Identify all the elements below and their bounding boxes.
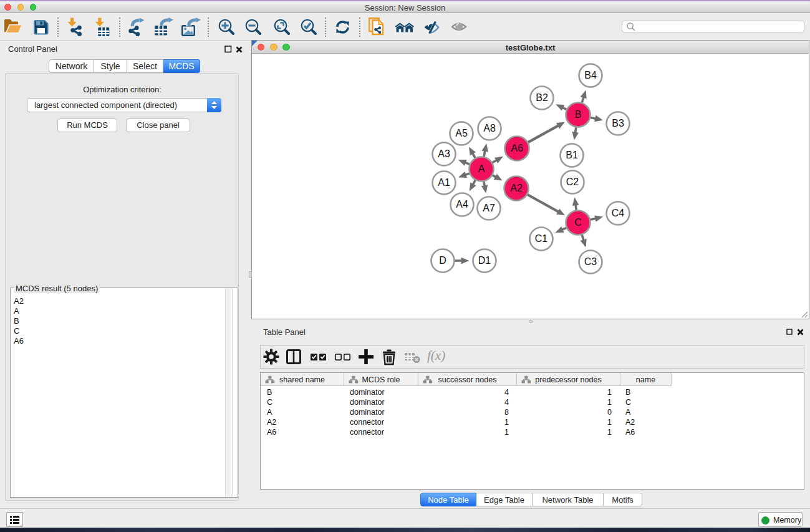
svg-text:A3: A3 bbox=[438, 148, 450, 159]
svg-text:A8: A8 bbox=[483, 123, 496, 133]
svg-text:A5: A5 bbox=[455, 128, 468, 138]
svg-text:C: C bbox=[574, 217, 582, 228]
svg-text:A1: A1 bbox=[438, 177, 450, 188]
svg-text:B3: B3 bbox=[612, 118, 624, 128]
svg-text:D: D bbox=[439, 255, 446, 266]
svg-text:A2: A2 bbox=[510, 183, 523, 193]
svg-text:C3: C3 bbox=[584, 256, 597, 267]
svg-text:A6: A6 bbox=[511, 143, 523, 153]
svg-text:B4: B4 bbox=[584, 70, 597, 80]
svg-text:C4: C4 bbox=[612, 208, 625, 218]
svg-text:A7: A7 bbox=[483, 203, 495, 213]
svg-text:B: B bbox=[575, 109, 582, 120]
svg-text:C1: C1 bbox=[535, 233, 548, 244]
svg-text:A4: A4 bbox=[456, 199, 468, 210]
svg-text:D1: D1 bbox=[478, 255, 491, 266]
svg-text:B2: B2 bbox=[536, 92, 548, 103]
svg-text:B1: B1 bbox=[566, 150, 578, 160]
svg-text:C2: C2 bbox=[566, 177, 579, 187]
svg-text:A: A bbox=[478, 163, 485, 174]
